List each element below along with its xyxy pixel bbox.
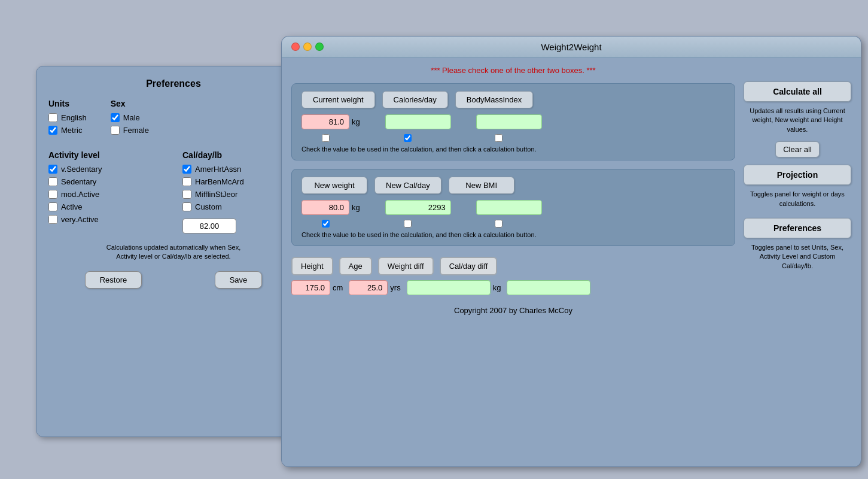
warning-text: *** Please check one of the other two bo… [291, 66, 735, 75]
vsedentary-label: v.Sedentary [61, 165, 102, 174]
cal-diff-button[interactable]: Cal/day diff [440, 257, 498, 275]
main-window: Weight2Weight *** Please check one of th… [281, 36, 861, 467]
male-checkbox[interactable] [111, 113, 120, 122]
body-mass-index-button[interactable]: BodyMassIndex [455, 91, 534, 108]
bottom-inputs: cm yrs kg [291, 278, 735, 298]
modactive-checkbox[interactable] [48, 190, 57, 199]
modactive-label: mod.Active [61, 190, 99, 199]
section2-inputs: kg [301, 200, 725, 215]
age-unit: yrs [390, 283, 400, 292]
english-checkbox[interactable] [48, 113, 57, 122]
active-checkbox[interactable] [48, 202, 57, 211]
male-label: Male [123, 113, 140, 122]
new-weight-checkbox[interactable] [322, 220, 330, 228]
close-button[interactable] [291, 43, 300, 51]
veryactive-checkbox[interactable] [48, 215, 57, 224]
custom-label: Custom [195, 202, 222, 211]
section1-checkboxes [301, 134, 725, 142]
activity-section: Activity level v.Sedentary Sedentary mod… [48, 150, 165, 234]
bmi-checkbox[interactable] [495, 134, 502, 142]
amerhrt-checkbox[interactable] [182, 165, 191, 174]
new-cal-day-button[interactable]: New Cal/day [374, 177, 441, 194]
metric-label: Metric [61, 126, 82, 135]
calculate-all-note: Updates all results using Current weight… [744, 107, 851, 134]
calories-day-button[interactable]: Calories/day [382, 91, 448, 108]
cal-diff-input[interactable] [507, 280, 590, 295]
copyright: Copyright 2007 by Charles McCoy [291, 306, 735, 315]
ncal-checkbox-wrap [374, 220, 440, 228]
minimize-button[interactable] [303, 43, 312, 51]
height-button[interactable]: Height [291, 257, 333, 275]
age-input-group: yrs [349, 280, 400, 295]
metric-checkbox[interactable] [48, 126, 57, 135]
section1-buttons: Current weight Calories/day BodyMassInde… [301, 91, 725, 108]
preferences-note: Toggles panel to set Units, Sex, Activit… [744, 243, 851, 271]
pref-buttons: Restore Save [48, 271, 299, 289]
units-section: Units English Metric [48, 99, 87, 138]
current-weight-unit: kg [352, 117, 360, 126]
height-unit: cm [333, 283, 343, 292]
restore-button[interactable]: Restore [85, 271, 142, 289]
bmi-checkbox-wrap [465, 134, 531, 142]
female-checkbox[interactable] [111, 126, 120, 135]
clear-all-wrap: Clear all [744, 141, 851, 157]
new-cal-day-checkbox[interactable] [404, 220, 412, 228]
sedentary-checkbox[interactable] [48, 177, 57, 186]
harben-label: HarBenMcArd [195, 177, 244, 186]
save-button[interactable]: Save [215, 271, 263, 289]
nbmi-checkbox-wrap [465, 220, 531, 228]
projection-button[interactable]: Projection [744, 165, 851, 185]
weight-diff-input-group: kg [407, 280, 501, 295]
activity-header: Activity level [48, 150, 165, 160]
mifflin-label: MifflinStJeor [195, 190, 237, 199]
active-label: Active [61, 202, 82, 211]
new-weight-button[interactable]: New weight [301, 177, 367, 194]
traffic-lights [291, 43, 324, 51]
section1: Current weight Calories/day BodyMassInde… [291, 83, 735, 160]
calculate-all-button[interactable]: Calculate all [744, 81, 851, 102]
custom-value-input[interactable] [182, 219, 236, 234]
cal-checkbox-wrap [374, 134, 440, 142]
nw-checkbox-wrap [301, 220, 349, 228]
metric-row: Metric [48, 126, 87, 135]
section2: New weight New Cal/day New BMI kg [291, 169, 735, 246]
weight-diff-input[interactable] [407, 280, 491, 295]
sex-header: Sex [111, 99, 149, 108]
new-weight-input[interactable] [301, 200, 349, 215]
age-input[interactable] [349, 280, 388, 295]
preferences-panel: Preferences Units English Metric Sex Mal… [36, 66, 311, 437]
age-button[interactable]: Age [339, 257, 372, 275]
current-weight-input[interactable] [301, 114, 349, 129]
clear-all-button[interactable]: Clear all [775, 141, 820, 157]
amerhrt-label: AmerHrtAssn [195, 165, 241, 174]
height-input[interactable] [291, 280, 330, 295]
new-bmi-checkbox[interactable] [495, 220, 502, 228]
calories-day-input[interactable] [385, 114, 451, 129]
current-weight-checkbox[interactable] [322, 134, 330, 142]
new-cal-day-input[interactable] [385, 200, 451, 215]
weight-diff-button[interactable]: Weight diff [378, 257, 434, 275]
custom-checkbox[interactable] [182, 202, 191, 211]
english-row: English [48, 113, 87, 122]
section1-inputs: kg [301, 114, 725, 129]
units-header: Units [48, 99, 87, 108]
mifflin-checkbox[interactable] [182, 190, 191, 199]
veryactive-row: very.Active [48, 215, 165, 224]
active-row: Active [48, 202, 165, 211]
preferences-button[interactable]: Preferences [744, 218, 851, 238]
vsedentary-checkbox[interactable] [48, 165, 57, 174]
right-panel: Calculate all Updates all results using … [744, 66, 851, 315]
english-label: English [61, 113, 87, 122]
harben-checkbox[interactable] [182, 177, 191, 186]
section1-note: Check the value to be used in the calcul… [301, 145, 725, 153]
weight-diff-unit: kg [493, 283, 501, 292]
height-input-group: cm [291, 280, 343, 295]
bmi-input[interactable] [476, 114, 542, 129]
current-weight-button[interactable]: Current weight [301, 91, 375, 108]
new-bmi-button[interactable]: New BMI [449, 177, 514, 194]
cw-checkbox-wrap [301, 134, 349, 142]
maximize-button[interactable] [315, 43, 324, 51]
calories-day-checkbox[interactable] [404, 134, 412, 142]
veryactive-label: very.Active [61, 215, 99, 224]
new-bmi-input[interactable] [476, 200, 542, 215]
